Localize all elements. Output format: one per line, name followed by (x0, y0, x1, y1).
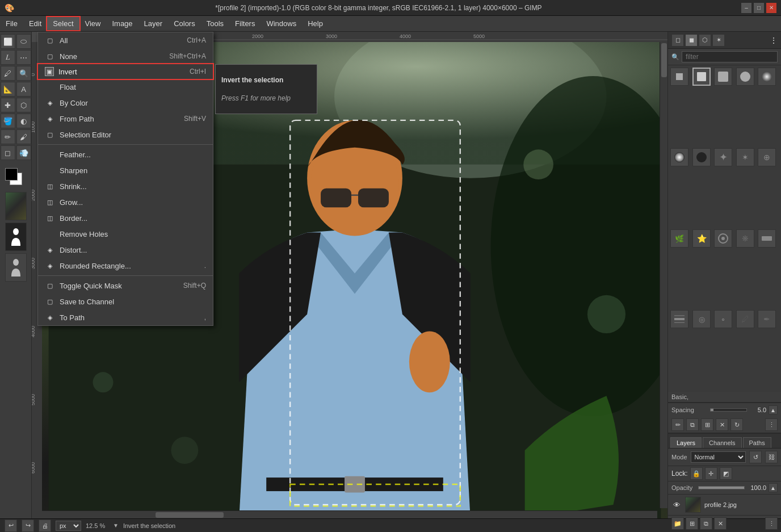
refresh-brush-button[interactable]: ↻ (730, 418, 743, 431)
edit-brush-button[interactable]: ✏ (671, 418, 684, 431)
menu-item-sharpen[interactable]: Sharpen (38, 162, 213, 178)
brush-cell[interactable] (714, 229, 732, 248)
brush-cell[interactable] (758, 68, 776, 86)
menu-item-shrink[interactable]: ◫ Shrink... (38, 178, 213, 194)
delete-layer-button[interactable]: ✕ (714, 517, 727, 530)
bucket-fill-tool[interactable]: 🪣 (1, 114, 15, 128)
delete-brush-button[interactable]: ✕ (716, 418, 728, 431)
layer-visibility-toggle[interactable]: 👁 (671, 500, 682, 510)
maximize-button[interactable]: □ (754, 3, 764, 13)
pencil-tool[interactable]: ✏ (1, 129, 15, 144)
duplicate-layer-button[interactable]: ⧉ (700, 517, 712, 530)
menu-item-remove-holes[interactable]: Remove Holes (38, 226, 213, 242)
menu-tools[interactable]: Tools (201, 17, 229, 30)
fuzzy-select-tool[interactable]: ⋯ (16, 50, 31, 65)
opacity-up-button[interactable]: ▲ (769, 483, 778, 492)
free-select-tool[interactable]: 𝐿 (1, 50, 15, 65)
airbrush-tool[interactable]: 💨 (16, 145, 31, 160)
brush-cell[interactable] (670, 68, 688, 86)
brush-cell[interactable] (736, 68, 754, 86)
tab-layers[interactable]: Layers (670, 437, 702, 448)
expand-brushes-button[interactable]: ⋮ (765, 418, 778, 431)
brush-cell[interactable]: ◎ (692, 310, 711, 328)
lock-position-button[interactable]: ✛ (705, 467, 717, 480)
brush-cell[interactable]: ⚬ (714, 310, 732, 328)
menu-item-feather[interactable]: Feather... (38, 146, 213, 162)
perspective-tool[interactable]: ⬡ (16, 98, 31, 112)
menu-item-by-color[interactable]: ◈ By Color (38, 95, 213, 111)
text-tool[interactable]: A (16, 82, 31, 97)
menu-item-save-to-channel[interactable]: ▢ Save to Channel (38, 294, 213, 309)
menu-item-float[interactable]: Float (38, 79, 213, 95)
brush-cell[interactable]: ✶ (736, 148, 754, 166)
horizontal-scrollbar[interactable] (42, 510, 657, 518)
brush-cell[interactable] (758, 229, 776, 248)
brush-cell[interactable]: ✦ (714, 148, 732, 166)
brushes-icon-1[interactable]: ◻ (671, 34, 684, 47)
undo-button[interactable]: ↩ (5, 520, 17, 532)
brushes-icon-4[interactable]: ✶ (712, 34, 725, 47)
menu-item-grow[interactable]: ◫ Grow... (38, 194, 213, 210)
measure-tool[interactable]: 📐 (1, 82, 15, 97)
rectangle-select-tool[interactable]: ⬜ (1, 34, 15, 49)
menu-item-from-path[interactable]: ◈ From Path Shift+V (38, 111, 213, 127)
menu-layer[interactable]: Layer (138, 17, 169, 30)
paintbrush-tool[interactable]: 🖌 (16, 129, 31, 144)
menu-windows[interactable]: Windows (261, 17, 302, 30)
brush-cell[interactable]: ✒ (758, 310, 776, 328)
menu-item-invert[interactable]: ▣ Invert Ctrl+I Invert the selection Pre… (38, 64, 213, 79)
brush-cell[interactable]: 🖊 (736, 310, 754, 328)
menu-item-to-path[interactable]: ◈ To Path , (38, 309, 213, 325)
brush-cell[interactable] (692, 68, 711, 86)
heal-tool[interactable]: ✚ (1, 98, 15, 112)
filter-input[interactable] (682, 51, 778, 62)
brush-cell[interactable] (670, 148, 688, 166)
layer-thumb-2[interactable] (5, 223, 27, 251)
close-button[interactable]: ✕ (766, 3, 776, 13)
menu-filters[interactable]: Filters (229, 17, 261, 30)
brush-cell[interactable]: ⊕ (758, 148, 776, 166)
menu-item-none[interactable]: ▢ None Shift+Ctrl+A (38, 48, 213, 64)
mode-chain-button[interactable]: ⛓ (765, 451, 778, 463)
brush-cell[interactable]: ❋ (736, 229, 754, 248)
menu-select[interactable]: Select (47, 17, 79, 30)
brush-cell[interactable]: 🌿 (670, 229, 688, 248)
zoom-tool[interactable]: 🔍 (16, 66, 31, 81)
new-layer-group-button[interactable]: 📁 (671, 517, 684, 530)
eraser-tool[interactable]: ◻ (1, 145, 15, 160)
brush-cell[interactable] (692, 148, 711, 166)
redo-button[interactable]: ↪ (22, 520, 34, 532)
menu-edit[interactable]: Edit (23, 17, 47, 30)
brush-cell[interactable]: ⭐ (692, 229, 711, 248)
menu-item-all[interactable]: ▢ All Ctrl+A (38, 32, 213, 48)
vertical-scrollbar[interactable] (660, 42, 667, 508)
menu-item-border[interactable]: ◫ Border... (38, 210, 213, 226)
new-brush-button[interactable]: ⊞ (701, 418, 713, 431)
brush-cell[interactable] (714, 68, 732, 86)
spacing-up-button[interactable]: ▲ (769, 405, 778, 414)
color-picker-tool[interactable]: 🖊 (1, 66, 15, 81)
menu-item-rounded-rect[interactable]: ◈ Rounded Rectangle... . (38, 258, 213, 274)
layers-expand-button[interactable]: ⋮ (765, 517, 778, 530)
duplicate-brush-button[interactable]: ⧉ (686, 418, 699, 431)
mode-reset-button[interactable]: ↺ (749, 451, 762, 463)
brushes-icon-2[interactable]: ◼ (685, 34, 698, 47)
ellipse-select-tool[interactable]: ⬭ (16, 34, 31, 49)
menu-image[interactable]: Image (106, 17, 138, 30)
mode-select[interactable]: Normal (691, 451, 746, 463)
menu-item-toggle-quick-mask[interactable]: ▢ Toggle Quick Mask Shift+Q (38, 278, 213, 294)
tab-paths[interactable]: Paths (743, 437, 771, 448)
menu-help[interactable]: Help (302, 17, 329, 30)
blend-tool[interactable]: ◐ (16, 114, 31, 128)
tab-channels[interactable]: Channels (703, 437, 741, 448)
print-button[interactable]: 🖨 (39, 520, 51, 532)
brush-cell[interactable] (670, 310, 688, 328)
unit-select[interactable]: px mm in (56, 521, 81, 531)
lock-alpha-button[interactable]: ◩ (720, 467, 732, 480)
menu-colors[interactable]: Colors (168, 17, 201, 30)
menu-item-distort[interactable]: ◈ Distort... (38, 242, 213, 258)
new-layer-button[interactable]: ⊞ (686, 517, 698, 530)
layer-thumb-3[interactable] (5, 253, 27, 282)
menu-item-selection-editor[interactable]: ▢ Selection Editor (38, 127, 213, 143)
layer-thumb-1[interactable] (5, 192, 27, 220)
